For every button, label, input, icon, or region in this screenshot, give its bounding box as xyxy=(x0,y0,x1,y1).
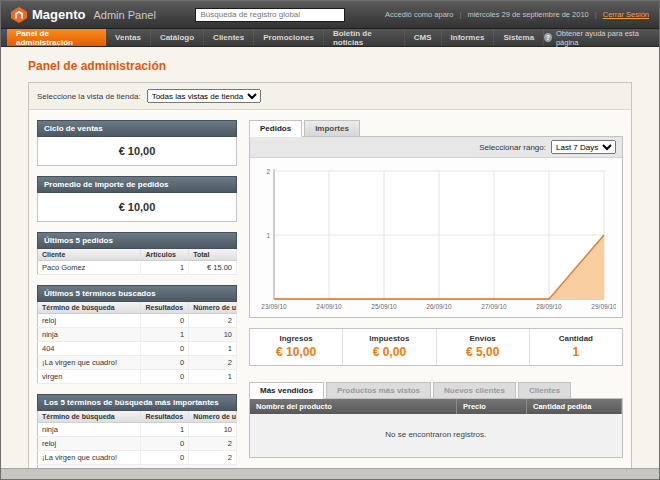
brand-name: Magento xyxy=(32,7,85,22)
tab-nuevos-clientes[interactable]: Nuevos clientes xyxy=(433,382,516,399)
column-header: Número de usos xyxy=(189,411,237,423)
orders-chart: 23/09/1024/09/1025/09/1026/09/1027/09/10… xyxy=(250,158,622,317)
average-orders-panel: Promedio de importe de pedidos € 10,00 xyxy=(37,176,237,222)
nav-item-informes[interactable]: Informes xyxy=(442,29,495,46)
product-tabs: Más vendidos Productos más vistos Nuevos… xyxy=(249,382,623,398)
svg-text:1: 1 xyxy=(266,232,270,239)
store-view-bar: Seleccione la vista de tienda: Todas las… xyxy=(29,83,631,110)
store-view-label: Seleccione la vista de tienda: xyxy=(37,92,141,101)
column-header: Artículos xyxy=(141,249,189,261)
range-bar: Seleccionar rango: Last 7 Days xyxy=(250,137,622,158)
panel-title: Ciclo de ventas xyxy=(37,120,237,137)
brand: Magento Admin Panel xyxy=(11,7,156,23)
column-header: Cliente xyxy=(38,249,141,261)
column-header: Nombre del producto xyxy=(250,399,457,414)
help-label: Obtener ayuda para esta página xyxy=(556,29,649,47)
panel-title: Últimos 5 términos buscados xyxy=(37,285,237,302)
svg-text:28/09/10: 28/09/10 xyxy=(536,303,562,310)
window-bottom-strip xyxy=(1,468,659,479)
orders-chart-svg: 23/09/1024/09/1025/09/1026/09/1027/09/10… xyxy=(256,163,616,315)
column-header: Cantidad pedida xyxy=(527,399,622,414)
last-orders-panel: Últimos 5 pedidos ClienteArtículosTotal … xyxy=(37,232,237,275)
column-header: Precio xyxy=(457,399,527,414)
content-area: Panel de administración Seleccione la vi… xyxy=(1,47,659,468)
column-header: Término de búsqueda xyxy=(38,302,141,314)
panel-title: Últimos 5 pedidos xyxy=(37,232,237,249)
tab-importes[interactable]: Importes xyxy=(304,120,360,137)
stat-value: € 0,00 xyxy=(343,345,435,359)
svg-text:25/09/10: 25/09/10 xyxy=(371,303,397,310)
column-header: Resultados xyxy=(141,411,189,423)
last-search-terms-panel: Últimos 5 términos buscados Término de b… xyxy=(37,285,237,384)
table-row[interactable]: 40401 xyxy=(38,342,237,356)
svg-text:29/09/10: 29/09/10 xyxy=(591,303,616,310)
range-label: Seleccionar rango: xyxy=(479,143,546,152)
nav-item-ventas[interactable]: Ventas xyxy=(106,29,151,46)
main-nav: Panel de administración Ventas Catálogo … xyxy=(1,29,659,47)
top-search-terms-table: Término de búsquedaResultadosNúmero de u… xyxy=(37,411,237,468)
table-header-row: Término de búsquedaResultadosNúmero de u… xyxy=(38,411,237,423)
table-header-row: Término de búsquedaResultadosNúmero de u… xyxy=(38,302,237,314)
tab-clientes[interactable]: Clientes xyxy=(518,382,571,399)
top-search-terms-panel: Los 5 términos de búsqueda más important… xyxy=(37,394,237,468)
empty-message: No se encontraron registros. xyxy=(250,414,622,457)
tab-mas-vendidos[interactable]: Más vendidos xyxy=(249,382,324,399)
lifetime-sales-panel: Ciclo de ventas € 10,00 xyxy=(37,120,237,166)
table-row[interactable]: ¡La virgen que cuadro!02 xyxy=(38,451,237,465)
table-header-row: ClienteArtículosTotal xyxy=(38,249,237,261)
nav-item-dashboard[interactable]: Panel de administración xyxy=(7,29,106,46)
bestsellers-panel: Nombre del productoPrecioCantidad pedida… xyxy=(249,398,623,458)
lifetime-sales-value: € 10,00 xyxy=(37,137,237,166)
svg-text:26/09/10: 26/09/10 xyxy=(426,303,452,310)
nav-item-sistema[interactable]: Sistema xyxy=(494,29,544,46)
table-row[interactable]: virgen01 xyxy=(38,370,237,384)
left-column: Ciclo de ventas € 10,00 Promedio de impo… xyxy=(37,120,237,468)
table-row[interactable]: ninja110 xyxy=(38,328,237,342)
nav-item-cms[interactable]: CMS xyxy=(405,29,442,46)
nav-item-clientes[interactable]: Clientes xyxy=(204,29,254,46)
stat-label: Impuestos xyxy=(343,334,435,343)
stat-label: Ingresos xyxy=(250,334,342,343)
stat-label: Cantidad xyxy=(530,334,622,343)
nav-item-catalogo[interactable]: Catálogo xyxy=(151,29,204,46)
range-select[interactable]: Last 7 Days xyxy=(551,140,616,154)
logout-link[interactable]: Cerrar Sesión xyxy=(603,10,649,19)
tab-productos-mas-vistos[interactable]: Productos más vistos xyxy=(326,382,431,399)
table-header-row: Nombre del productoPrecioCantidad pedida xyxy=(250,399,622,414)
brand-subtitle: Admin Panel xyxy=(93,9,155,21)
nav-item-promociones[interactable]: Promociones xyxy=(254,29,324,46)
nav-item-boletin[interactable]: Boletín de noticias xyxy=(324,29,405,46)
magento-admin-window: Magento Admin Panel Accedió como aparo |… xyxy=(0,0,660,480)
table-row[interactable]: reloj02 xyxy=(38,437,237,451)
dashboard-container: Seleccione la vista de tienda: Todas las… xyxy=(28,82,632,468)
store-view-select[interactable]: Todas las vistas de tienda xyxy=(147,89,261,103)
column-header: Término de búsqueda xyxy=(38,411,141,423)
stat-value: € 5,00 xyxy=(437,345,529,359)
panel-title: Promedio de importe de pedidos xyxy=(37,176,237,193)
svg-text:24/09/10: 24/09/10 xyxy=(316,303,342,310)
global-search-input[interactable] xyxy=(195,8,345,22)
help-icon: ? xyxy=(544,33,552,42)
header-date: miércoles 29 de septiembre de 2010 xyxy=(467,10,588,19)
tab-pedidos[interactable]: Pedidos xyxy=(249,120,302,137)
magento-logo-icon xyxy=(11,7,27,23)
svg-text:23/09/10: 23/09/10 xyxy=(261,303,287,310)
right-column: Pedidos Importes Seleccionar rango: Last… xyxy=(249,120,623,468)
stat-cantidad: Cantidad 1 xyxy=(529,329,622,365)
stat-envios: Envíos € 5,00 xyxy=(436,329,529,365)
svg-text:27/09/10: 27/09/10 xyxy=(481,303,507,310)
chart-tabs: Pedidos Importes xyxy=(249,120,623,136)
svg-text:2: 2 xyxy=(266,168,270,175)
stat-value: € 10,00 xyxy=(250,345,342,359)
table-row[interactable]: Paco Gomez1€ 15.00 xyxy=(38,261,237,275)
stat-value: 1 xyxy=(530,345,622,359)
page-help-link[interactable]: ? Obtener ayuda para esta página xyxy=(544,29,653,46)
column-header: Total xyxy=(189,249,237,261)
separator: | xyxy=(595,10,597,19)
table-row[interactable]: ninja110 xyxy=(38,423,237,437)
empty-row: No se encontraron registros. xyxy=(250,414,622,457)
table-row[interactable]: reloj02 xyxy=(38,314,237,328)
stat-label: Envíos xyxy=(437,334,529,343)
table-row[interactable]: ¡La virgen que cuadro!02 xyxy=(38,356,237,370)
stat-impuestos: Impuestos € 0,00 xyxy=(342,329,435,365)
